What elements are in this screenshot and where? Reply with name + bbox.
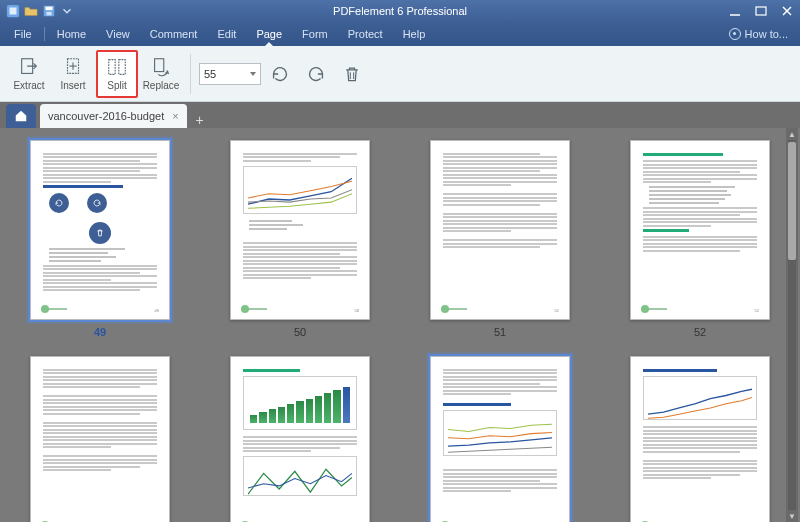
extract-button[interactable]: Extract (8, 50, 50, 98)
home-tab[interactable] (6, 104, 36, 128)
page-thumbnail[interactable] (20, 356, 180, 522)
delete-page-button[interactable] (339, 61, 365, 87)
ribbon-toolbar: Extract Insert Split Replace 55 (0, 46, 800, 102)
page-thumbnail-pane: 49 49 (0, 128, 800, 522)
page-thumb-55[interactable] (430, 356, 570, 522)
menu-page[interactable]: Page (246, 22, 292, 46)
page-number-value: 55 (204, 68, 216, 80)
app-title: PDFelement 6 Professional (333, 5, 467, 17)
thumb-line-chart (243, 166, 357, 214)
trash-circle-icon (89, 222, 111, 244)
refresh-circle-icon (49, 193, 69, 213)
page-thumbnail[interactable]: 51 51 (420, 140, 580, 338)
insert-label: Insert (60, 80, 85, 91)
thumb-heading (643, 369, 717, 372)
menu-help[interactable]: Help (393, 22, 436, 46)
thumb-line-chart (243, 456, 357, 496)
menu-view[interactable]: View (96, 22, 140, 46)
document-tab-title: vancouver-2016-budget (48, 110, 164, 122)
footer-page-num: 51 (555, 308, 559, 313)
page-number-field[interactable]: 55 (199, 63, 261, 85)
page-thumbnail[interactable] (420, 356, 580, 522)
page-number-label: 51 (494, 326, 506, 338)
rotate-ccw-button[interactable] (267, 61, 293, 87)
page-thumb-53[interactable] (30, 356, 170, 522)
page-thumb-56[interactable] (630, 356, 770, 522)
title-bar: PDFelement 6 Professional (0, 0, 800, 22)
thumb-inline-icons (49, 193, 107, 213)
close-tab-icon[interactable]: × (172, 110, 178, 122)
scrollbar-thumb[interactable] (788, 142, 796, 260)
maximize-button[interactable] (748, 0, 774, 22)
page-thumb-54[interactable] (230, 356, 370, 522)
menu-comment[interactable]: Comment (140, 22, 208, 46)
thumb-bar-chart (243, 376, 357, 430)
footer-logo-icon (41, 305, 67, 313)
extract-label: Extract (13, 80, 44, 91)
thumb-heading (43, 185, 123, 188)
thumb-heading (643, 153, 723, 156)
app-icon (6, 4, 20, 18)
svg-rect-14 (119, 60, 125, 75)
footer-page-num: 49 (155, 308, 159, 313)
page-thumb-52[interactable]: 52 (630, 140, 770, 320)
svg-rect-6 (756, 7, 766, 15)
page-thumbnail[interactable]: 52 52 (620, 140, 780, 338)
replace-label: Replace (143, 80, 180, 91)
page-thumbnail[interactable]: 49 49 (20, 140, 180, 338)
page-thumbnail[interactable] (220, 356, 380, 522)
minimize-button[interactable] (722, 0, 748, 22)
split-button[interactable]: Split (96, 50, 138, 98)
insert-button[interactable]: Insert (52, 50, 94, 98)
menu-form[interactable]: Form (292, 22, 338, 46)
close-button[interactable] (774, 0, 800, 22)
svg-rect-15 (155, 59, 164, 72)
thumb-line-chart (443, 410, 557, 456)
dropdown-caret-icon (250, 72, 256, 76)
replace-button[interactable]: Replace (140, 50, 182, 98)
save-icon[interactable] (42, 4, 56, 18)
split-label: Split (107, 80, 126, 91)
menu-edit[interactable]: Edit (207, 22, 246, 46)
howto-link[interactable]: How to... (729, 28, 796, 40)
new-tab-button[interactable]: + (187, 112, 207, 128)
page-thumb-51[interactable]: 51 (430, 140, 570, 320)
howto-icon (729, 28, 741, 40)
footer-logo-icon (641, 305, 667, 313)
page-number-label: 50 (294, 326, 306, 338)
footer-page-num: 50 (355, 308, 359, 313)
menu-home[interactable]: Home (47, 22, 96, 46)
quick-access-dropdown-icon[interactable] (60, 4, 74, 18)
svg-rect-1 (10, 8, 17, 15)
svg-rect-13 (109, 60, 115, 75)
svg-rect-4 (46, 12, 51, 16)
thumb-heading (443, 403, 511, 406)
svg-rect-3 (46, 7, 53, 11)
vertical-scrollbar[interactable]: ▲ ▼ (786, 128, 798, 522)
refresh-circle-icon (87, 193, 107, 213)
open-file-icon[interactable] (24, 4, 38, 18)
scroll-up-arrow-icon[interactable]: ▲ (786, 128, 798, 140)
document-tab-strip: vancouver-2016-budget × + (0, 102, 800, 128)
page-thumbnail[interactable]: 50 50 (220, 140, 380, 338)
footer-logo-icon (441, 305, 467, 313)
page-number-label: 49 (94, 326, 106, 338)
rotate-cw-button[interactable] (303, 61, 329, 87)
document-tab[interactable]: vancouver-2016-budget × (40, 104, 187, 128)
thumb-line-chart (643, 376, 757, 420)
thumb-heading (643, 229, 689, 232)
howto-label: How to... (745, 28, 788, 40)
page-thumbnail[interactable] (620, 356, 780, 522)
menu-sep (44, 27, 45, 41)
scroll-down-arrow-icon[interactable]: ▼ (786, 510, 798, 522)
menu-bar: File Home View Comment Edit Page Form Pr… (0, 22, 800, 46)
thumb-heading (243, 369, 300, 372)
page-number-label: 52 (694, 326, 706, 338)
ribbon-sep (190, 54, 191, 94)
menu-protect[interactable]: Protect (338, 22, 393, 46)
page-thumb-49[interactable]: 49 (30, 140, 170, 320)
menu-file[interactable]: File (4, 22, 42, 46)
footer-logo-icon (241, 305, 267, 313)
page-thumb-50[interactable]: 50 (230, 140, 370, 320)
footer-page-num: 52 (755, 308, 759, 313)
